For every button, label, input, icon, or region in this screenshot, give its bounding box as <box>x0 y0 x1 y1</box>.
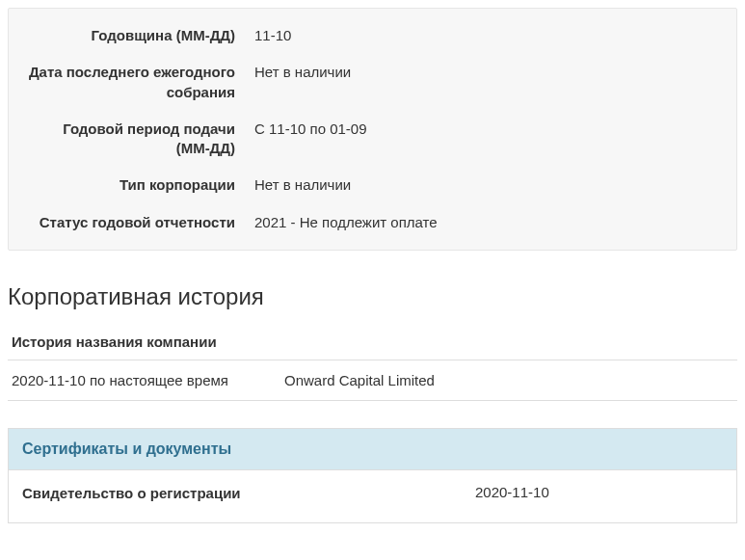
documents-block: Сертификаты и документы Свидетельство о … <box>8 428 737 523</box>
name-history-period: 2020-11-10 по настоящее время <box>12 372 284 388</box>
corporate-history-heading: Корпоративная история <box>8 283 737 310</box>
detail-row-corp-type: Тип корпорации Нет в наличии <box>28 175 717 195</box>
name-history-company-name: Onward Capital Limited <box>284 372 737 388</box>
company-details-panel: Годовщина (ММ-ДД) 11-10 Дата последнего … <box>8 8 737 251</box>
detail-label: Годовщина (ММ-ДД) <box>28 26 254 45</box>
detail-value: 11-10 <box>254 26 717 45</box>
detail-row-last-meeting: Дата последнего ежегодного собрания Нет … <box>28 63 717 102</box>
detail-value: Нет в наличии <box>254 175 717 195</box>
detail-value: Нет в наличии <box>254 63 717 82</box>
document-label: Свидетельство о регистрации <box>22 484 475 503</box>
detail-label: Годовой период подачи (ММ-ДД) <box>28 120 254 159</box>
documents-heading: Сертификаты и документы <box>9 429 736 470</box>
document-row: Свидетельство о регистрации 2020-11-10 <box>9 470 736 522</box>
document-date: 2020-11-10 <box>475 484 723 503</box>
name-history-row: 2020-11-10 по настоящее время Onward Cap… <box>8 360 737 401</box>
name-history-heading: История названия компании <box>8 328 737 360</box>
detail-row-annual-status: Статус годовой отчетности 2021 - Не подл… <box>28 213 717 232</box>
detail-row-filing-period: Годовой период подачи (ММ-ДД) С 11-10 по… <box>28 120 717 159</box>
name-history-block: История названия компании 2020-11-10 по … <box>8 328 737 401</box>
detail-value: 2021 - Не подлежит оплате <box>254 213 717 232</box>
detail-label: Статус годовой отчетности <box>28 213 254 232</box>
detail-row-anniversary: Годовщина (ММ-ДД) 11-10 <box>28 26 717 45</box>
detail-value: С 11-10 по 01-09 <box>254 120 717 139</box>
detail-label: Тип корпорации <box>28 175 254 195</box>
detail-label: Дата последнего ежегодного собрания <box>28 63 254 102</box>
